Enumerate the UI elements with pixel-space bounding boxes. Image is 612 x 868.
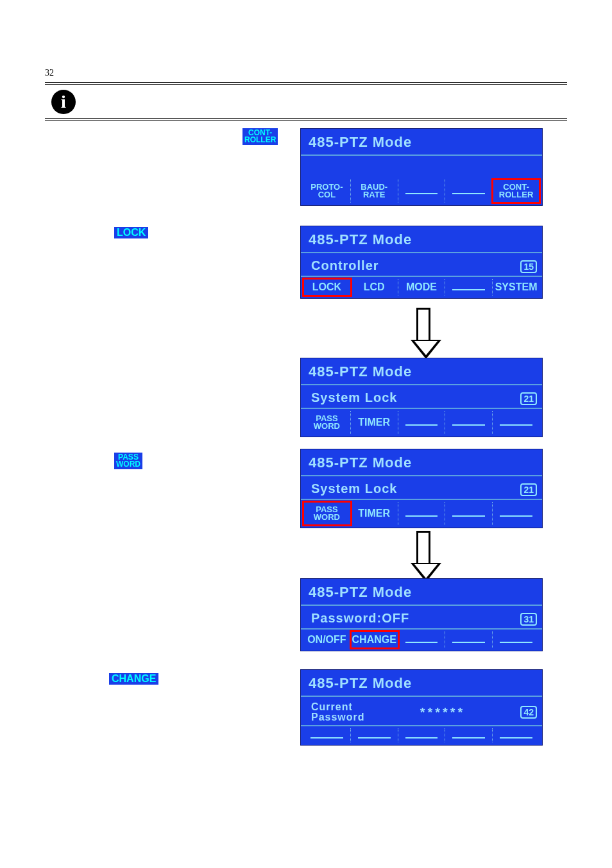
softkey[interactable]: LCD — [351, 279, 398, 296]
lcd-sub-text: Controller — [311, 258, 379, 273]
softkey[interactable] — [398, 179, 446, 203]
softkey[interactable]: MODE — [398, 279, 446, 296]
softkey[interactable] — [493, 631, 540, 648]
down-arrow-icon — [411, 308, 436, 359]
lcd-softkeys: PROTO-COLBAUD-RATECONT-ROLLER — [301, 178, 542, 205]
softkey[interactable] — [493, 728, 540, 742]
top-rule — [45, 82, 567, 85]
softkey[interactable]: CONT-ROLLER — [493, 179, 540, 203]
chip-label: WORD — [116, 460, 140, 469]
lcd-sub-text: System Lock — [311, 390, 397, 405]
softkey[interactable]: PASSWORD — [303, 502, 351, 525]
softkey-dash — [405, 515, 438, 517]
lcd-title: 485-PTZ Mode — [301, 226, 542, 253]
softkey-dash — [358, 737, 391, 739]
info-icon: i — [51, 90, 76, 114]
softkey[interactable] — [445, 179, 493, 203]
lcd-password-mask: ****** — [420, 705, 466, 720]
lcd-softkeys: PASSWORDTIMER — [301, 409, 542, 437]
softkey[interactable]: BAUD-RATE — [351, 179, 398, 203]
lcd-sub-text: Current Password — [311, 702, 365, 722]
lcd-sub-text: System Lock — [311, 481, 397, 496]
softkey[interactable]: ON/OFF — [303, 631, 351, 648]
softkey-dash — [500, 642, 532, 643]
chip-controller: CONT- ROLLER — [242, 128, 278, 145]
softkey-dash — [452, 289, 485, 290]
lcd-softkeys — [301, 726, 542, 745]
chip-label: ROLLER — [244, 135, 276, 144]
softkey[interactable]: LOCK — [303, 279, 351, 296]
softkey-dash — [405, 642, 438, 643]
lcd-softkeys: ON/OFFCHANGE — [301, 630, 542, 651]
softkey[interactable] — [398, 411, 446, 434]
chip-lock: LOCK — [114, 227, 148, 238]
lcd-sub-num: 15 — [520, 260, 537, 273]
softkey[interactable] — [493, 411, 540, 434]
lcd-sub-num: 42 — [520, 706, 537, 719]
page-number: 32 — [45, 68, 54, 78]
lcd-panel-system-lock: 485-PTZ Mode System Lock 21 PASSWORDTIME… — [300, 358, 543, 437]
softkey[interactable]: PROTO-COL — [303, 179, 351, 203]
lcd-sub-num: 21 — [520, 392, 537, 405]
softkey[interactable]: TIMER — [351, 502, 398, 525]
lcd-sub-num: 31 — [520, 613, 537, 626]
softkey[interactable] — [303, 728, 351, 742]
softkey[interactable] — [445, 631, 493, 648]
softkey[interactable] — [445, 411, 493, 434]
softkey[interactable] — [445, 502, 493, 525]
lcd-subtitle: System Lock 21 — [301, 476, 542, 500]
softkey-dash — [310, 737, 343, 739]
lcd-panel-system-lock-highlight: 485-PTZ Mode System Lock 21 PASSWORDTIME… — [300, 449, 543, 528]
softkey[interactable]: TIMER — [351, 411, 398, 434]
lcd-softkeys: LOCKLCDMODESYSTEM — [301, 277, 542, 298]
chip-password: PASS WORD — [114, 453, 142, 469]
softkey-dash — [500, 424, 532, 426]
lcd-title: 485-PTZ Mode — [301, 579, 542, 606]
lcd-title: 485-PTZ Mode — [301, 358, 542, 385]
softkey-dash — [405, 737, 438, 739]
softkey[interactable] — [398, 728, 446, 742]
softkey[interactable] — [398, 631, 446, 648]
lcd-title: 485-PTZ Mode — [301, 129, 542, 156]
softkey-dash — [405, 424, 438, 426]
softkey[interactable]: PASSWORD — [303, 411, 351, 434]
down-arrow-icon — [411, 531, 436, 582]
softkey[interactable] — [398, 502, 446, 525]
lcd-panel-controller: 485-PTZ Mode Controller 15 LOCKLCDMODESY… — [300, 226, 543, 299]
softkey-dash — [500, 515, 532, 517]
lcd-subtitle: Password:OFF 31 — [301, 606, 542, 630]
softkey-dash — [405, 193, 438, 194]
chip-change: CHANGE — [109, 673, 158, 685]
softkey[interactable] — [445, 279, 493, 296]
lcd-title: 485-PTZ Mode — [301, 670, 542, 697]
softkey-dash — [452, 193, 485, 194]
softkey-dash — [452, 737, 485, 739]
lcd-subtitle: System Lock 21 — [301, 385, 542, 409]
lcd-sub-num: 21 — [520, 483, 537, 496]
lcd-subtitle: Current Password ****** 42 — [301, 697, 542, 726]
softkey[interactable] — [351, 728, 398, 742]
lcd-sub-line2: Password — [311, 712, 365, 722]
softkey[interactable]: SYSTEM — [493, 279, 540, 296]
softkey-dash — [452, 642, 485, 643]
lcd-panel-ptz-mode: 485-PTZ Mode PROTO-COLBAUD-RATECONT-ROLL… — [300, 128, 543, 206]
lcd-panel-current-password: 485-PTZ Mode Current Password ****** 42 — [300, 669, 543, 746]
softkey[interactable] — [493, 502, 540, 525]
softkey-dash — [452, 424, 485, 426]
softkey[interactable] — [445, 728, 493, 742]
lcd-panel-password-off: 485-PTZ Mode Password:OFF 31 ON/OFFCHANG… — [300, 578, 543, 651]
lcd-sub-text: Password:OFF — [311, 611, 409, 626]
under-icon-rule — [45, 118, 567, 121]
softkey-dash — [500, 737, 532, 739]
softkey[interactable]: CHANGE — [351, 631, 398, 648]
lcd-title: 485-PTZ Mode — [301, 449, 542, 476]
lcd-subtitle: Controller 15 — [301, 253, 542, 277]
info-indicator: i — [51, 90, 76, 114]
lcd-sub-line1: Current — [311, 701, 353, 712]
lcd-softkeys: PASSWORDTIMER — [301, 500, 542, 528]
softkey-dash — [452, 515, 485, 517]
